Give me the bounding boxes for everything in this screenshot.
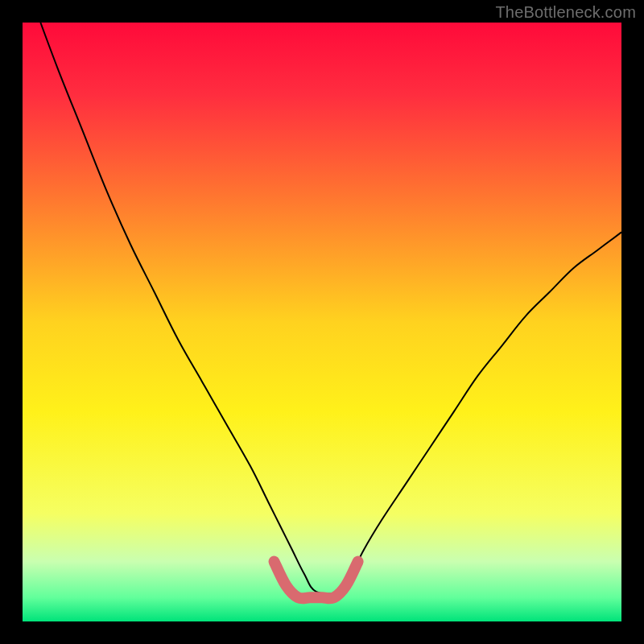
watermark-text: TheBottleneck.com xyxy=(495,3,636,22)
chart-frame: TheBottleneck.com xyxy=(0,0,644,644)
chart-svg xyxy=(23,23,621,621)
plot-area xyxy=(23,23,621,621)
gradient-background xyxy=(23,23,621,621)
